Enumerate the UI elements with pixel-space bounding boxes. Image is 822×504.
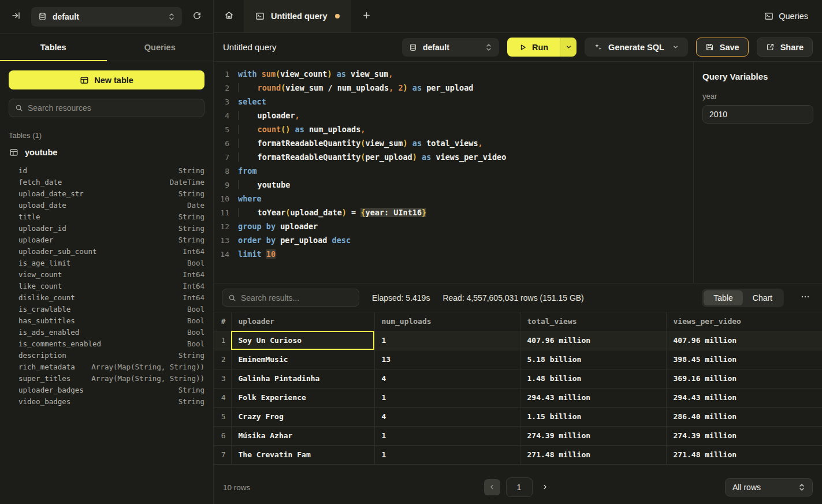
code-line[interactable]: 13order by per_upload desc <box>214 233 693 247</box>
table-cell[interactable]: 13 <box>374 350 520 369</box>
results-menu-button[interactable] <box>797 292 814 304</box>
new-tab-button[interactable] <box>351 0 381 32</box>
schema-column-row[interactable]: uploader_badgesString <box>9 384 204 396</box>
column-header[interactable]: views_per_video <box>666 312 822 331</box>
code-line[interactable]: 9 youtube <box>214 178 693 192</box>
sidebar-tab-tables[interactable]: Tables <box>0 33 107 61</box>
table-cell[interactable]: 271.48 million <box>520 445 666 464</box>
sidebar-tab-queries[interactable]: Queries <box>107 33 214 61</box>
search-results-input[interactable] <box>241 293 353 303</box>
table-cell[interactable]: 1 <box>374 445 520 464</box>
schema-column-row[interactable]: titleString <box>9 211 204 223</box>
schema-column-row[interactable]: uploader_idString <box>9 223 204 234</box>
table-cell[interactable]: 407.96 million <box>520 331 666 350</box>
table-cell[interactable]: The Crevatin Fam <box>231 445 374 464</box>
table-row[interactable]: 7The Crevatin Fam1271.48 million271.48 m… <box>214 445 822 464</box>
table-row[interactable]: 2EminemMusic135.18 billion398.45 million <box>214 350 822 369</box>
code-line[interactable]: 7 formatReadableQuantity(per_upload) as … <box>214 150 693 164</box>
table-cell[interactable]: 271.48 million <box>666 445 822 464</box>
code-line[interactable]: 8from <box>214 164 693 178</box>
view-mode-table[interactable]: Table <box>704 290 742 305</box>
refresh-button[interactable] <box>189 9 205 25</box>
table-cell[interactable]: 1.48 billion <box>520 369 666 388</box>
schema-column-row[interactable]: is_ads_enabledBool <box>9 327 204 338</box>
table-cell[interactable]: 1.15 billion <box>520 407 666 426</box>
page-number[interactable]: 1 <box>506 477 533 497</box>
table-cell[interactable]: 1 <box>374 388 520 407</box>
table-cell[interactable]: 294.43 million <box>520 388 666 407</box>
table-cell[interactable]: 1 <box>374 426 520 445</box>
sidebar-item-youtube-table[interactable]: youtube <box>9 147 204 158</box>
table-row[interactable]: 5Crazy Frog41.15 billion286.40 million <box>214 407 822 426</box>
code-line[interactable]: 11 toYear(upload_date) = {year: UInt16} <box>214 206 693 219</box>
table-cell[interactable]: 294.43 million <box>666 388 822 407</box>
next-page-button[interactable] <box>538 479 552 495</box>
page-size-selector[interactable]: All rows <box>725 478 813 496</box>
queries-button[interactable]: Queries <box>750 0 822 32</box>
save-button[interactable]: Save <box>696 38 749 57</box>
view-mode-chart[interactable]: Chart <box>743 290 782 305</box>
code-line[interactable]: 5 count() as num_uploads, <box>214 122 693 136</box>
code-line[interactable]: 1with sum(view_count) as view_sum, <box>214 67 693 81</box>
table-cell[interactable]: 1 <box>374 331 520 350</box>
table-cell[interactable]: 286.40 million <box>666 407 822 426</box>
search-resources-input[interactable] <box>28 103 198 113</box>
table-cell[interactable]: 407.96 million <box>666 331 822 350</box>
table-cell[interactable]: Folk Experience <box>231 388 374 407</box>
schema-column-row[interactable]: view_countInt64 <box>9 269 204 281</box>
schema-column-row[interactable]: dislike_countInt64 <box>9 292 204 304</box>
schema-column-row[interactable]: video_badgesString <box>9 396 204 408</box>
run-options-button[interactable] <box>560 38 576 57</box>
code-line[interactable]: 14limit 10 <box>214 247 693 261</box>
code-line[interactable]: 4 uploader, <box>214 109 693 122</box>
schema-column-row[interactable]: uploader_sub_countInt64 <box>9 246 204 257</box>
schema-column-row[interactable]: is_age_limitBool <box>9 257 204 269</box>
schema-column-row[interactable]: uploaderString <box>9 234 204 246</box>
table-row[interactable]: 6Músika Azhar1274.39 million274.39 milli… <box>214 426 822 445</box>
table-cell[interactable]: Músika Azhar <box>231 426 374 445</box>
table-cell[interactable]: 369.16 million <box>666 369 822 388</box>
query-database-selector[interactable]: default <box>402 38 499 57</box>
table-cell[interactable]: 4 <box>374 369 520 388</box>
table-cell[interactable]: Galinha Pintadinha <box>231 369 374 388</box>
schema-column-row[interactable]: idString <box>9 165 204 177</box>
generate-sql-button[interactable]: Generate SQL <box>585 38 688 57</box>
table-cell[interactable]: 4 <box>374 407 520 426</box>
variable-year-input[interactable] <box>702 105 813 124</box>
table-cell[interactable]: 274.39 million <box>520 426 666 445</box>
table-cell[interactable]: 274.39 million <box>666 426 822 445</box>
tab-untitled-query[interactable]: Untitled query <box>244 0 351 32</box>
code-line[interactable]: 6 formatReadableQuantity(view_sum) as to… <box>214 136 693 150</box>
run-button[interactable]: Run <box>507 38 560 57</box>
schema-column-row[interactable]: is_comments_enabledBool <box>9 338 204 350</box>
column-header[interactable]: uploader <box>231 312 374 331</box>
table-cell[interactable]: EminemMusic <box>231 350 374 369</box>
schema-column-row[interactable]: rich_metadataArray(Map(String, String)) <box>9 361 204 373</box>
sql-editor[interactable]: 1with sum(view_count) as view_sum,2 roun… <box>214 62 693 283</box>
share-button[interactable]: Share <box>757 38 813 57</box>
table-row[interactable]: 4Folk Experience1294.43 million294.43 mi… <box>214 388 822 407</box>
code-line[interactable]: 10where <box>214 192 693 206</box>
chevron-down-icon[interactable] <box>672 44 679 50</box>
home-button[interactable] <box>214 0 244 32</box>
schema-column-row[interactable]: super_titlesArray(Map(String, String)) <box>9 373 204 384</box>
schema-column-row[interactable]: is_crawlableBool <box>9 304 204 315</box>
prev-page-button[interactable] <box>484 479 500 495</box>
table-row[interactable]: 3Galinha Pintadinha41.48 billion369.16 m… <box>214 369 822 388</box>
column-header[interactable]: num_uploads <box>374 312 520 331</box>
code-line[interactable]: 2 round(view_sum / num_uploads, 2) as pe… <box>214 81 693 95</box>
table-cell[interactable]: 5.18 billion <box>520 350 666 369</box>
column-header[interactable]: total_views <box>520 312 666 331</box>
code-line[interactable]: 12group by uploader <box>214 219 693 233</box>
collapse-sidebar-button[interactable] <box>8 9 24 25</box>
table-cell[interactable]: Soy Un Curioso <box>231 331 374 350</box>
code-line[interactable]: 3select <box>214 95 693 109</box>
table-cell[interactable]: Crazy Frog <box>231 407 374 426</box>
table-cell[interactable]: 398.45 million <box>666 350 822 369</box>
schema-column-row[interactable]: upload_dateDate <box>9 200 204 211</box>
column-header[interactable]: # <box>214 312 231 331</box>
new-table-button[interactable]: New table <box>9 70 204 89</box>
database-selector[interactable]: default <box>31 7 182 27</box>
schema-column-row[interactable]: has_subtitlesBool <box>9 315 204 327</box>
table-row[interactable]: 1Soy Un Curioso1407.96 million407.96 mil… <box>214 331 822 350</box>
